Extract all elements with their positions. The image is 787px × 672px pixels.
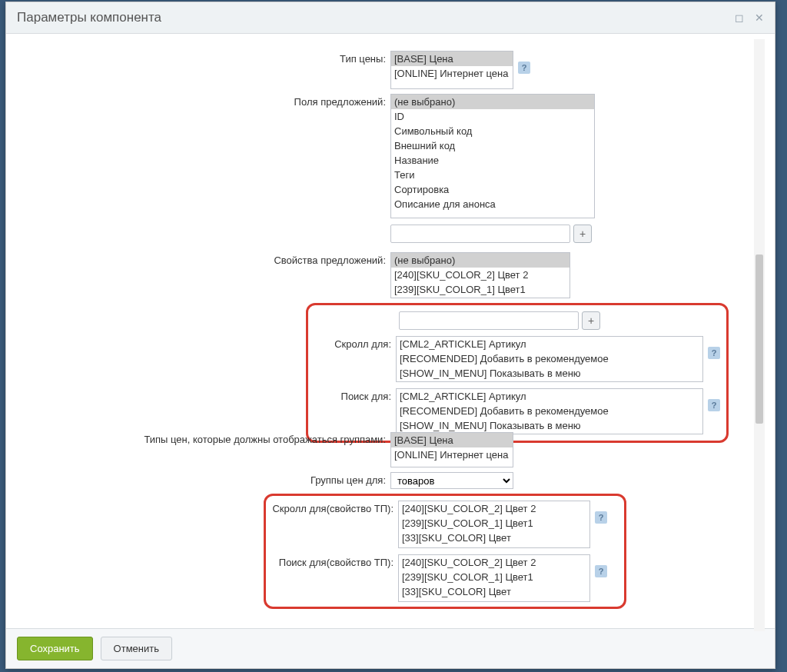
list-item[interactable]: [239][SKU_COLOR_1] Цвет1 (399, 570, 589, 584)
list-item[interactable]: Символьный код (391, 124, 594, 138)
help-icon[interactable]: ? (708, 399, 720, 411)
row-scroll-for-tp: Скролл для(свойство ТП): [240][SKU_COLOR… (272, 501, 618, 548)
row-price-type: Тип цены: [BASE] Цена [ONLINE] Интернет … (14, 51, 767, 89)
help-icon[interactable]: ? (708, 347, 720, 359)
help-icon[interactable]: ? (595, 565, 607, 577)
close-icon[interactable]: ✕ (755, 12, 764, 24)
row-price-groups-for: Группы цен для: товаров (14, 472, 767, 489)
help-icon[interactable]: ? (595, 511, 607, 524)
list-item[interactable]: [33][SKU_COLOR] Цвет (399, 531, 589, 545)
list-item[interactable]: Название (391, 153, 594, 168)
list-item[interactable]: [33][SKU_COLOR] Цвет (399, 584, 589, 599)
row-offer-fields: Поля предложений: (не выбрано) ID Символ… (14, 94, 767, 248)
list-item[interactable]: [240][SKU_COLOR_2] Цвет 2 (391, 268, 569, 282)
offer-props-custom-input[interactable] (399, 311, 579, 330)
label-price-type: Тип цены: (14, 51, 390, 65)
row-price-groups-display: Типы цен, которые должны отображаться гр… (14, 423, 767, 467)
list-item[interactable]: (не выбрано) (391, 253, 569, 268)
label-search-for: Поиск для: (314, 388, 396, 402)
list-item[interactable]: (не выбрано) (391, 95, 594, 109)
label-scroll-for: Скролл для: (314, 336, 396, 350)
label-search-for-tp: Поиск для(свойство ТП): (272, 554, 398, 568)
component-params-dialog: Параметры компонента ◻ ✕ Тип цены: [BASE… (5, 2, 775, 669)
list-item[interactable]: [SHOW_IN_MENU] Показывать в меню (397, 366, 702, 381)
list-item[interactable]: [240][SKU_COLOR_2] Цвет 2 (399, 501, 589, 516)
select-price-type[interactable]: [BASE] Цена [ONLINE] Интернет цена (390, 51, 513, 89)
list-item[interactable]: Теги (391, 168, 594, 182)
list-item[interactable]: [BASE] Цена (391, 433, 513, 447)
select-price-groups-for[interactable]: товаров (390, 472, 513, 489)
list-item[interactable]: [RECOMENDED] Добавить в рекомендуемое (397, 404, 702, 418)
list-item[interactable]: [BASE] Цена (391, 52, 513, 66)
dialog-body: Тип цены: [BASE] Цена [ONLINE] Интернет … (6, 34, 775, 628)
select-scroll-for[interactable]: [CML2_ARTICKLE] Артикул [RECOMENDED] Доб… (396, 336, 703, 382)
label-price-groups-for: Группы цен для: (14, 472, 390, 486)
list-item[interactable]: Описание для анонса (391, 197, 594, 211)
list-item[interactable]: [CML2_ARTICKLE] Артикул (397, 389, 702, 404)
select-offer-props[interactable]: (не выбрано) [240][SKU_COLOR_2] Цвет 2 [… (390, 252, 570, 298)
select-price-groups-display[interactable]: [BASE] Цена [ONLINE] Интернет цена (390, 432, 513, 467)
help-icon[interactable]: ? (518, 62, 530, 74)
list-item[interactable]: [ONLINE] Интернет цена (391, 447, 513, 462)
cancel-button[interactable]: Отменить (101, 637, 172, 660)
select-search-for-tp[interactable]: [240][SKU_COLOR_2] Цвет 2 [239][SKU_COLO… (398, 554, 590, 602)
label-scroll-for-tp: Скролл для(свойство ТП): (272, 501, 398, 514)
dialog-title: Параметры компонента (17, 10, 161, 25)
label-offer-fields: Поля предложений: (14, 94, 390, 108)
list-item[interactable]: [239][SKU_COLOR_1] Цвет1 (391, 282, 569, 297)
list-item[interactable]: [RECOMENDED] Добавить в рекомендуемое (397, 351, 702, 366)
add-offer-prop-button[interactable]: + (582, 311, 600, 330)
scrollbar-thumb[interactable] (755, 254, 763, 424)
list-item[interactable]: [CML2_ARTICKLE] Артикул (397, 337, 702, 351)
dialog-footer: Сохранить Отменить (6, 628, 775, 668)
offer-fields-custom-input[interactable] (390, 225, 570, 243)
add-offer-field-button[interactable]: + (573, 225, 592, 243)
highlight-box-2: Скролл для(свойство ТП): [240][SKU_COLOR… (264, 494, 626, 609)
highlight-box-1: + Скролл для: [CML2_ARTICKLE] Артикул [R… (306, 303, 729, 443)
list-item[interactable]: ID (391, 109, 594, 124)
list-item[interactable]: [ONLINE] Интернет цена (391, 66, 513, 81)
list-item[interactable]: Сортировка (391, 182, 594, 197)
row-search-for-tp: Поиск для(свойство ТП): [240][SKU_COLOR_… (272, 554, 618, 602)
list-item[interactable]: [240][SKU_COLOR_2] Цвет 2 (399, 555, 589, 570)
dialog-scrollbar[interactable] (754, 39, 765, 631)
dialog-window-controls: ◻ ✕ (735, 12, 764, 24)
label-price-groups-display: Типы цен, которые должны отображаться гр… (14, 423, 390, 445)
dialog-header: Параметры компонента ◻ ✕ (6, 2, 775, 34)
label-offer-props: Свойства предложений: (14, 252, 390, 266)
select-scroll-for-tp[interactable]: [240][SKU_COLOR_2] Цвет 2 [239][SKU_COLO… (398, 501, 590, 548)
list-item[interactable]: [239][SKU_COLOR_1] Цвет1 (399, 516, 589, 531)
select-offer-fields[interactable]: (не выбрано) ID Символьный код Внешний к… (390, 94, 595, 218)
list-item[interactable]: Внешний код (391, 138, 594, 153)
row-offer-props: Свойства предложений: (не выбрано) [240]… (14, 252, 767, 298)
maximize-icon[interactable]: ◻ (735, 12, 744, 24)
save-button[interactable]: Сохранить (17, 637, 93, 660)
row-scroll-for: Скролл для: [CML2_ARTICKLE] Артикул [REC… (314, 336, 720, 382)
